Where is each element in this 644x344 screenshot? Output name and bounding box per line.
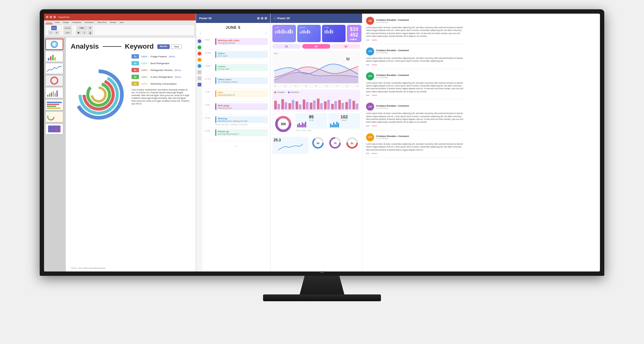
event-title-lunch: Lunch	[218, 65, 266, 68]
event-finish[interactable]: Finish up Morning Report Issue 5	[215, 129, 268, 136]
stat-badge-4: 30	[132, 82, 139, 86]
quarter-q1[interactable]: Q1	[272, 44, 301, 49]
stat-badge-0: 70	[132, 54, 139, 59]
ribbon-btn-paste[interactable]: Paste	[51, 26, 57, 30]
calendar-date: JUNE 5	[196, 23, 270, 31]
quarter-q3[interactable]: Q3	[332, 44, 360, 49]
comment-delete-4[interactable]: Delete	[372, 125, 377, 127]
cal-side-icon-6	[198, 70, 201, 74]
mini-bar2-3	[333, 122, 334, 127]
cal-side-icon-1	[198, 39, 201, 43]
ppt-tab-view[interactable]: View	[118, 21, 125, 24]
event-title-ceo: CEO	[218, 91, 266, 94]
dash-numbers-box: 95 SH-88	[295, 113, 360, 135]
cal-prev-arrow[interactable]: ‹	[200, 32, 201, 35]
ppt-tabs: Home Insert Design Transitions Animation…	[45, 21, 195, 24]
slide-thumb-1[interactable]	[45, 39, 63, 50]
slide-thumb-6[interactable]	[45, 99, 63, 110]
event-ceo[interactable]: CEO Samsung Silicon B	[215, 90, 268, 97]
cal-icon-3	[265, 17, 267, 20]
quarter-q2[interactable]: Q2	[302, 44, 331, 49]
slide-body: 70 +20% : Fridge Feature (More) 30 +12% …	[71, 54, 191, 135]
comment-edit-4[interactable]: Edit	[366, 125, 369, 127]
ppt-tab-slideshow[interactable]: Slide Show	[96, 21, 108, 24]
amount-dot-2	[352, 38, 354, 40]
stat-badge-3: 60	[132, 75, 139, 79]
ppt-tab-transitions[interactable]: Transitions	[71, 21, 83, 24]
ppt-ribbon: Home Insert Design Transitions Animation…	[44, 20, 196, 37]
dash-last-row: 25.3 65	[272, 137, 360, 154]
cal-share-icon	[198, 83, 201, 86]
comment-meta-3: Cristiano Ronaldo • Comment 12:31 PM May	[376, 74, 464, 78]
stat-row-0: 70 +20% : Fridge Feature (More)	[132, 54, 191, 59]
slide-thumb-3[interactable]	[45, 63, 63, 74]
event-office-meet[interactable]: Office meet Go Conference Room	[215, 77, 268, 84]
slide-thumb-2[interactable]	[45, 51, 63, 62]
event-office[interactable]: Office Go to work	[215, 51, 268, 58]
cal-side-icon-2	[198, 46, 201, 49]
svg-point-19	[75, 71, 122, 118]
svg-point-23	[92, 88, 105, 101]
slide-thumb-7[interactable]	[45, 111, 63, 122]
comment-actions-1: Edit Delete	[366, 39, 464, 41]
comment-delete-3[interactable]: Delete	[372, 94, 377, 96]
ribbon-btn-underline[interactable]: U	[87, 30, 93, 35]
gauge-75: 75	[327, 137, 343, 154]
ppt-tab-animations[interactable]: Animations	[83, 21, 95, 24]
ppt-tab-home[interactable]: Home	[45, 21, 53, 24]
comment-edit-5[interactable]: Edit	[366, 152, 369, 154]
comment-delete-5[interactable]: Delete	[372, 152, 377, 154]
svg-rect-56	[310, 103, 312, 109]
ppt-title: PowerPoint	[58, 16, 69, 18]
ribbon-btn-bold[interactable]: B	[76, 30, 81, 35]
stat-row-4: 30 +24% : Electricity Consumption	[132, 82, 191, 86]
comment-delete-1[interactable]: Delete	[372, 39, 377, 41]
svg-rect-50	[288, 103, 291, 109]
svg-rect-43	[330, 29, 331, 33]
comment-text-1: Lorem ipsum dolor sit amet, consectetur …	[366, 26, 464, 38]
dash-stat-1768: 1768	[322, 25, 346, 42]
calendar-header: Power SF	[196, 14, 270, 23]
ppt-tab-insert[interactable]: Insert	[54, 21, 61, 24]
event-meeting-john[interactable]: Meeting with John Managing schedule	[215, 38, 268, 45]
event-sub-meeting2: Marketing team: aligning the task	[218, 120, 266, 122]
mini-bar-4	[302, 122, 303, 127]
comment-edit-2[interactable]: Edit	[366, 64, 369, 66]
time-slots: 9 AM Meeting with John Managing schedule…	[202, 37, 270, 271]
comment-edit-3[interactable]: Edit	[366, 94, 369, 96]
ribbon-font-size[interactable]: 18	[88, 26, 93, 30]
comment-author-1: Cristiano Ronaldo • Comment	[376, 19, 464, 21]
toggle-year[interactable]: Year	[171, 44, 182, 49]
event-webpage[interactable]: Web page Marketing tasks	[215, 103, 268, 110]
ribbon-btn-new-slide[interactable]: New Slide	[63, 26, 72, 30]
slide-keyword-text: Keyword	[125, 42, 154, 51]
ribbon-btn-copy[interactable]: ⧉	[54, 30, 60, 35]
slide-thumb-4[interactable]	[45, 75, 63, 86]
amount-dot-1	[350, 38, 352, 40]
slide-thumb-5[interactable]	[45, 87, 63, 98]
svg-rect-54	[303, 99, 305, 109]
time-slot-3pm: 3 PM Meeting Marketing team: aligning th…	[205, 115, 268, 128]
legend-dot-nostrud	[288, 91, 290, 93]
event-lunch[interactable]: Lunch Gt Cup Café	[215, 64, 268, 71]
ppt-tab-design[interactable]: Design	[62, 21, 70, 24]
svg-rect-40	[324, 30, 326, 33]
event-meeting[interactable]: Meeting Marketing team: aligning the tas…	[215, 116, 268, 123]
ribbon-btn-layout[interactable]: Layout	[63, 30, 72, 35]
svg-rect-48	[281, 99, 284, 109]
ribbon-font-select[interactable]: Calibri	[76, 26, 87, 30]
mini-bar-1	[297, 124, 298, 127]
event-sub-office: Go to work	[218, 55, 266, 57]
ribbon-btn-italic[interactable]: I	[82, 30, 87, 35]
toggle-month[interactable]: Month	[157, 44, 170, 49]
comment-edit-1[interactable]: Edit	[366, 39, 369, 41]
comment-delete-2[interactable]: Delete	[372, 64, 377, 66]
slide-thumb-8[interactable]	[45, 123, 63, 135]
legend-label-soubret: SOUBRET	[277, 91, 285, 93]
cal-next-arrow[interactable]: ›	[266, 32, 266, 35]
ppt-tab-review[interactable]: Review	[109, 21, 118, 24]
stat-label-2159: 2159	[275, 27, 293, 29]
screen: PowerPoint Home Insert Design Transition…	[44, 14, 600, 271]
stat-label-1768: 1768	[324, 27, 343, 29]
ribbon-btn-cut[interactable]: ✂	[48, 30, 54, 35]
